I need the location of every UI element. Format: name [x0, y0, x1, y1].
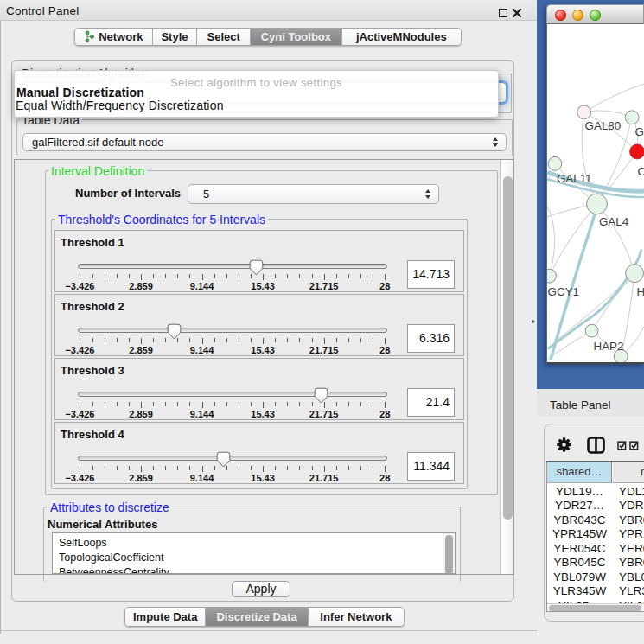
svg-text:GCY1: GCY1 [547, 285, 578, 298]
svg-text:HAP2: HAP2 [594, 340, 624, 353]
svg-text:GA: GA [635, 125, 644, 138]
svg-text:HA: HA [637, 285, 644, 298]
svg-text:GAL80: GAL80 [585, 119, 622, 132]
svg-text:GAL4: GAL4 [599, 215, 629, 228]
svg-text:GAL11: GAL11 [557, 172, 592, 185]
svg-text:CR: CR [638, 165, 644, 178]
